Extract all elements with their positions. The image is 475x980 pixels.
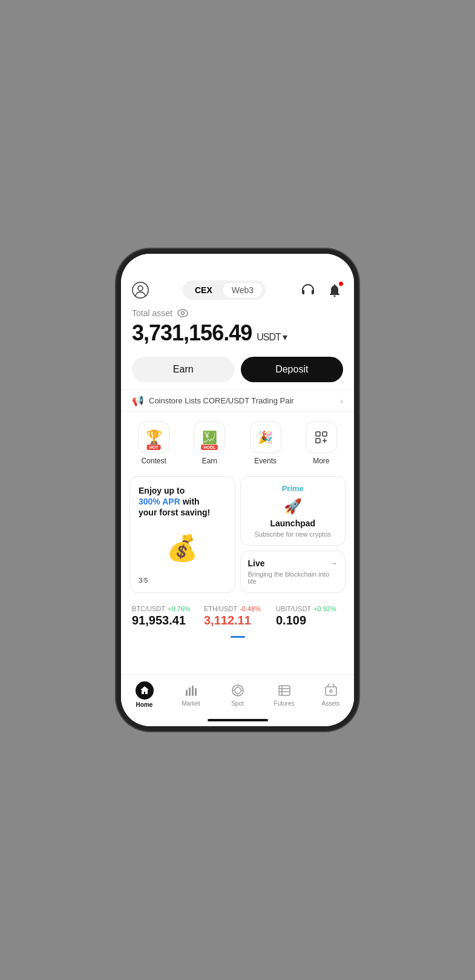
events-icon-box: 🎉 — [250, 422, 281, 453]
ticker-btc[interactable]: BTC/USDT +0.76% 91,953.41 — [129, 605, 201, 627]
earn-icon: 💹 — [202, 430, 217, 445]
tab-web3[interactable]: Web3 — [223, 283, 262, 297]
nav-spot[interactable]: Spot — [214, 683, 261, 707]
notification-dot — [339, 282, 343, 286]
hodl-badge: HODL — [201, 445, 218, 450]
app-header: CEX Web3 — [121, 276, 354, 303]
svg-rect-5 — [323, 432, 327, 436]
ticker-eth-price: 3,112.11 — [204, 614, 271, 627]
futures-icon — [277, 683, 292, 698]
nav-market[interactable]: Market — [168, 683, 214, 707]
notification-button[interactable] — [325, 280, 344, 300]
svg-point-3 — [181, 312, 184, 315]
cards-section: Enjoy up to 300% APR with your forst sav… — [121, 470, 354, 599]
bottom-nav: Home Market — [121, 674, 354, 714]
menu-item-more[interactable]: More — [301, 422, 342, 465]
asset-section: Total asset 3,731,156.49 USDT ▾ — [121, 303, 354, 352]
svg-point-0 — [133, 282, 148, 298]
menu-item-events[interactable]: 🎉 Events — [245, 422, 286, 465]
earn-promo-text: Enjoy up to 300% APR with your forst sav… — [139, 485, 226, 518]
home-indicator — [121, 714, 354, 726]
tab-cex[interactable]: CEX — [186, 283, 221, 297]
menu-item-contest[interactable]: 🏆 HOT Contest — [133, 422, 174, 465]
menu-icons: 🏆 HOT Contest 💹 HODL Earn 🎉 Events — [121, 412, 354, 470]
hot-badge: HOT — [147, 445, 161, 450]
ticker-btc-pair: BTC/USDT +0.76% — [132, 605, 199, 612]
market-icon — [183, 683, 199, 698]
more-icon-box — [306, 422, 337, 453]
svg-point-1 — [138, 286, 143, 291]
announcement-text: Coinstore Lists CORE/USDT Trading Pair — [149, 396, 335, 405]
nav-home[interactable]: Home — [121, 681, 168, 708]
nav-assets-label: Assets — [321, 700, 339, 707]
arrow-right-icon: → — [329, 558, 338, 568]
live-title: Live — [248, 558, 265, 568]
launchpad-subtitle: Subscribe for new cryptos — [254, 531, 331, 538]
earn-icon-box: 💹 HODL — [194, 422, 225, 453]
svg-point-2 — [178, 310, 188, 317]
assets-icon — [323, 683, 339, 698]
ticker-section: BTC/USDT +0.76% 91,953.41 ETH/USDT -0.48… — [121, 599, 354, 631]
bottom-indicator-bar — [208, 719, 268, 721]
live-card[interactable]: Live → Bringing the blockchain into life — [240, 551, 346, 593]
ticker-page-dot — [231, 636, 245, 638]
ticker-ubit[interactable]: UBIT/USDT +0.92% 0.109 — [274, 605, 346, 627]
spot-icon — [230, 683, 246, 698]
earn-button[interactable]: Earn — [132, 357, 235, 382]
svg-rect-10 — [189, 687, 191, 696]
nav-futures-label: Futures — [274, 700, 295, 707]
ticker-btc-change: +0.76% — [168, 605, 191, 612]
ticker-eth-pair: ETH/USDT -0.48% — [204, 605, 271, 612]
deposit-button[interactable]: Deposit — [241, 357, 344, 382]
live-row: Live → — [248, 558, 338, 568]
header-icons — [298, 280, 344, 300]
svg-rect-19 — [279, 686, 290, 695]
nav-futures[interactable]: Futures — [261, 683, 307, 707]
menu-item-earn[interactable]: 💹 HODL Earn — [189, 422, 230, 465]
chevron-right-icon: › — [340, 396, 343, 406]
launchpad-title: Launchpad — [270, 518, 315, 528]
prime-label: Prime — [282, 484, 304, 493]
ticker-eth-change: -0.48% — [240, 605, 261, 612]
svg-rect-11 — [192, 686, 194, 696]
home-icon — [136, 681, 154, 700]
megaphone-icon: 📢 — [132, 395, 144, 406]
svg-rect-4 — [316, 432, 320, 436]
asset-amount: 3,731,156.49 USDT ▾ — [132, 320, 343, 346]
nav-spot-label: Spot — [231, 700, 244, 707]
more-label: More — [313, 457, 329, 465]
earn-menu-label: Earn — [202, 457, 217, 465]
apr-highlight: 300% APR — [139, 497, 180, 506]
nav-assets[interactable]: Assets — [307, 683, 354, 707]
action-buttons: Earn Deposit — [121, 352, 354, 389]
asset-currency[interactable]: USDT ▾ — [257, 331, 287, 343]
coin-graphic: 💰 — [139, 533, 226, 563]
earn-promo-card[interactable]: Enjoy up to 300% APR with your forst sav… — [129, 476, 235, 593]
live-subtitle: Bringing the blockchain into life — [248, 571, 338, 585]
mode-toggle[interactable]: CEX Web3 — [183, 280, 266, 300]
support-button[interactable] — [298, 280, 318, 300]
rocket-icon: 🚀 — [284, 498, 302, 515]
profile-button[interactable] — [131, 280, 150, 300]
ticker-btc-price: 91,953.41 — [132, 614, 199, 627]
announcement-banner[interactable]: 📢 Coinstore Lists CORE/USDT Trading Pair… — [121, 389, 354, 412]
ticker-ubit-change: +0.92% — [313, 605, 336, 612]
ticker-ubit-price: 0.109 — [276, 614, 343, 627]
nav-home-label: Home — [136, 701, 153, 708]
contest-label: Contest — [141, 457, 166, 465]
svg-rect-6 — [316, 439, 320, 443]
eye-icon[interactable] — [177, 309, 188, 317]
svg-point-14 — [235, 687, 241, 694]
svg-point-24 — [330, 690, 332, 692]
nav-market-label: Market — [182, 700, 200, 707]
ticker-eth[interactable]: ETH/USDT -0.48% 3,112.11 — [201, 605, 274, 627]
more-grid-icon — [314, 430, 329, 445]
svg-rect-9 — [186, 690, 188, 696]
svg-rect-23 — [326, 687, 336, 695]
events-label: Events — [254, 457, 277, 465]
contest-icon-box: 🏆 HOT — [138, 422, 169, 453]
launchpad-card[interactable]: Prime 🚀 Launchpad Subscribe for new cryp… — [240, 476, 346, 546]
contest-icon: 🏆 — [146, 429, 162, 445]
ticker-ubit-pair: UBIT/USDT +0.92% — [276, 605, 343, 612]
svg-rect-12 — [195, 688, 197, 696]
